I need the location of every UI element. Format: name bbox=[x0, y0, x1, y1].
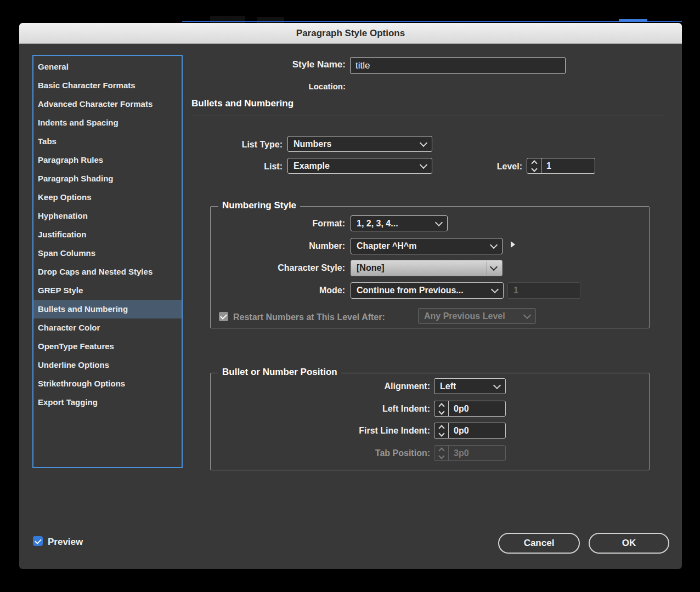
dialog-title: Paragraph Style Options bbox=[19, 23, 682, 44]
level-stepper[interactable]: 1 bbox=[527, 158, 595, 174]
mode-label: Mode: bbox=[235, 286, 345, 295]
location-label: Location: bbox=[250, 82, 346, 91]
background-app-tab bbox=[257, 17, 284, 23]
tab-position-value: 3p0 bbox=[449, 446, 505, 460]
dropdown-separator bbox=[487, 261, 487, 275]
sidebar-item-span-columns[interactable]: Span Columns bbox=[33, 244, 182, 263]
sidebar-item-bullets-and-numbering[interactable]: Bullets and Numbering bbox=[33, 300, 182, 318]
list-value: Example bbox=[293, 161, 330, 171]
format-label: Format: bbox=[235, 219, 345, 229]
style-name-input[interactable] bbox=[350, 57, 566, 74]
character-style-label: Character Style: bbox=[235, 263, 345, 273]
sidebar-item-underline-options[interactable]: Underline Options bbox=[33, 356, 182, 374]
left-indent-label: Left Indent: bbox=[266, 404, 430, 414]
tab-position-stepper: 3p0 bbox=[434, 445, 506, 461]
sidebar-item-general[interactable]: General bbox=[33, 58, 182, 76]
sidebar-item-hyphenation[interactable]: Hyphenation bbox=[33, 207, 182, 225]
sidebar-item-export-tagging[interactable]: Export Tagging bbox=[33, 393, 182, 412]
stepper-buttons[interactable] bbox=[434, 401, 449, 416]
format-value: 1, 2, 3, 4... bbox=[357, 219, 398, 229]
first-line-indent-label: First Line Indent: bbox=[266, 426, 430, 436]
sidebar-item-paragraph-shading[interactable]: Paragraph Shading bbox=[33, 169, 182, 188]
alignment-select[interactable]: Left bbox=[434, 378, 506, 394]
alignment-value: Left bbox=[440, 382, 456, 391]
level-value[interactable]: 1 bbox=[541, 158, 595, 173]
sidebar-item-basic-character-formats[interactable]: Basic Character Formats bbox=[33, 76, 182, 95]
level-label: Level: bbox=[440, 162, 522, 172]
chevron-down-icon bbox=[491, 286, 499, 293]
number-label: Number: bbox=[235, 241, 345, 251]
stepper-buttons[interactable] bbox=[527, 158, 541, 173]
paragraph-style-options-dialog: Paragraph Style Options General Basic Ch… bbox=[19, 23, 682, 569]
stepper-down-icon bbox=[438, 430, 444, 436]
chevron-down-icon bbox=[435, 218, 443, 226]
sidebar-item-drop-caps-and-nested-styles[interactable]: Drop Caps and Nested Styles bbox=[33, 263, 182, 281]
sidebar-item-indents-and-spacing[interactable]: Indents and Spacing bbox=[33, 113, 182, 132]
restart-numbers-label: Restart Numbers at This Level After: bbox=[233, 312, 414, 322]
first-line-indent-value[interactable]: 0p0 bbox=[449, 423, 505, 438]
chevron-down-icon bbox=[420, 161, 427, 168]
restart-numbers-checkbox bbox=[219, 312, 228, 321]
mode-select[interactable]: Continue from Previous... bbox=[351, 282, 504, 299]
mode-value: Continue from Previous... bbox=[357, 286, 464, 295]
list-select[interactable]: Example bbox=[287, 158, 432, 174]
stepper-buttons bbox=[434, 446, 449, 460]
preview-label: Preview bbox=[48, 537, 108, 548]
format-select[interactable]: 1, 2, 3, 4... bbox=[351, 215, 448, 231]
left-indent-stepper[interactable]: 0p0 bbox=[434, 401, 506, 417]
chevron-down-icon bbox=[523, 311, 531, 318]
chevron-down-icon bbox=[493, 381, 501, 389]
panel-title: Bullets and Numbering bbox=[191, 98, 293, 109]
stepper-buttons[interactable] bbox=[434, 423, 449, 438]
chevron-down-icon bbox=[490, 263, 498, 271]
panel-divider bbox=[191, 116, 663, 116]
stepper-down-icon bbox=[531, 166, 537, 172]
sidebar-item-character-color[interactable]: Character Color bbox=[33, 318, 182, 337]
sidebar-item-tabs[interactable]: Tabs bbox=[33, 132, 182, 151]
sidebar-item-strikethrough-options[interactable]: Strikethrough Options bbox=[33, 374, 182, 393]
left-indent-value[interactable]: 0p0 bbox=[449, 401, 505, 416]
chevron-down-icon bbox=[420, 139, 427, 146]
number-flyout-menu-icon[interactable] bbox=[511, 241, 515, 248]
sidebar-item-opentype-features[interactable]: OpenType Features bbox=[33, 337, 182, 356]
check-icon bbox=[220, 312, 227, 320]
sidebar-item-advanced-character-formats[interactable]: Advanced Character Formats bbox=[33, 95, 182, 113]
preview-checkbox[interactable] bbox=[33, 536, 43, 546]
background-accent-line bbox=[182, 21, 682, 22]
check-icon bbox=[35, 537, 42, 544]
character-style-value: [None] bbox=[357, 263, 385, 273]
list-label: List: bbox=[173, 162, 283, 172]
character-style-select[interactable]: [None] bbox=[351, 260, 503, 276]
numbering-style-legend: Numbering Style bbox=[218, 200, 300, 211]
restart-level-select: Any Previous Level bbox=[418, 308, 536, 324]
sidebar-item-paragraph-rules[interactable]: Paragraph Rules bbox=[33, 151, 182, 169]
cancel-button[interactable]: Cancel bbox=[498, 533, 580, 554]
stepper-down-icon bbox=[438, 408, 444, 414]
restart-level-value: Any Previous Level bbox=[424, 311, 505, 321]
style-name-label: Style Name: bbox=[250, 59, 346, 70]
list-type-label: List Type: bbox=[173, 140, 283, 150]
ok-button[interactable]: OK bbox=[589, 533, 669, 554]
list-type-value: Numbers bbox=[293, 139, 331, 149]
alignment-label: Alignment: bbox=[266, 382, 430, 391]
tab-position-label: Tab Position: bbox=[266, 448, 430, 458]
mode-number-field: 1 bbox=[507, 282, 580, 299]
stepper-down-icon bbox=[438, 453, 444, 459]
bullet-position-legend: Bullet or Number Position bbox=[218, 367, 341, 378]
list-type-select[interactable]: Numbers bbox=[287, 136, 432, 152]
number-value: Chapter ^H^m bbox=[357, 241, 416, 251]
style-options-sidebar: General Basic Character Formats Advanced… bbox=[32, 55, 183, 468]
sidebar-item-keep-options[interactable]: Keep Options bbox=[33, 188, 182, 207]
background-app-tab bbox=[210, 16, 245, 23]
sidebar-item-justification[interactable]: Justification bbox=[33, 225, 182, 244]
chevron-down-icon bbox=[490, 241, 498, 249]
sidebar-item-grep-style[interactable]: GREP Style bbox=[33, 281, 182, 300]
first-line-indent-stepper[interactable]: 0p0 bbox=[434, 423, 506, 439]
number-select[interactable]: Chapter ^H^m bbox=[351, 238, 503, 254]
background-accent-line-bright bbox=[619, 19, 647, 22]
